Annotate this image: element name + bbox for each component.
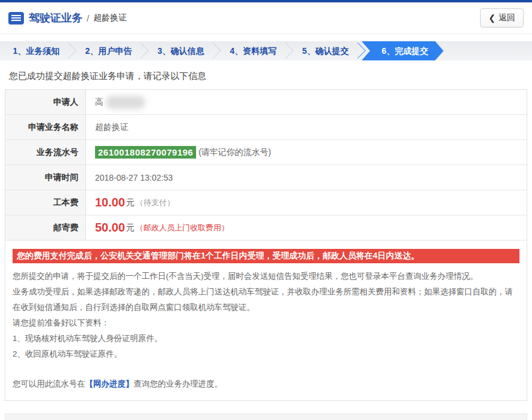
license-list-icon: [8, 12, 24, 25]
breadcrumb-current: 超龄换证: [93, 13, 127, 23]
field-value: 261001808270079196(请牢记你的流水号): [86, 140, 527, 165]
step-tab-3: 3、确认信息: [145, 41, 217, 60]
table-row: 申请时间2018-08-27 13:02:53: [5, 165, 527, 190]
field-label: 邮寄费: [5, 215, 86, 240]
serial-note: (请牢记你的流水号): [198, 147, 271, 158]
field-value: 2018-08-27 13:02:53: [86, 165, 527, 190]
header-back-button[interactable]: ❮ 返回: [480, 8, 524, 28]
field-value: 超龄换证: [86, 115, 527, 139]
table-row: 申请业务名称超龄换证: [5, 115, 527, 140]
wizard-steps: 1、业务须知2、用户申告3、确认信息4、资料填写5、确认提交6、完成提交: [0, 41, 532, 60]
step-separator-icon: [350, 42, 366, 59]
field-label: 申请业务名称: [5, 115, 86, 139]
fee-amount: 50.00: [95, 221, 125, 235]
step-tab-5: 5、确认提交: [289, 41, 362, 60]
fee-amount: 10.00: [95, 196, 125, 209]
header-back-label: 返回: [499, 13, 515, 23]
field-value: 50.00元（邮政人员上门收取费用）: [86, 215, 527, 240]
step-tab-1: 1、业务须知: [0, 41, 72, 60]
fee-unit: 元: [126, 197, 134, 208]
chevron-left-icon: ❮: [488, 14, 496, 22]
field-value: 10.00元（待支付）: [86, 190, 527, 215]
info-table: 申请人高申请业务名称超龄换证业务流水号261001808270079196(请牢…: [5, 90, 527, 241]
notice-paragraph: 1、现场核对机动车驾驶人身份证明原件。: [13, 331, 519, 346]
success-message: 您已成功提交超龄换证业务申请，请记录以下信息: [9, 71, 532, 82]
serial-number-badge: 261001808270079196: [95, 146, 196, 159]
fee-unit: 元: [126, 223, 134, 233]
field-label: 申请时间: [5, 165, 86, 190]
step-tab-4: 4、资料填写: [217, 41, 289, 60]
notice-section: 您的费用支付完成后，公安机关交通管理部门将在1个工作日内受理，受理成功后，邮政人…: [5, 241, 527, 400]
progress-hint: 您可以用此流水号在【网办进度】查询您的业务办理进度。: [13, 376, 519, 392]
table-row: 业务流水号261001808270079196(请牢记你的流水号): [5, 140, 527, 165]
notice-paragraph: 2、收回原机动车驾驶证原件。: [13, 346, 519, 362]
action-bar: ¥ 继续支付 ¥ 取消支付 返回: [5, 413, 527, 420]
field-value: 高: [86, 90, 527, 114]
hint-suffix: 查询您的业务办理进度。: [134, 379, 223, 388]
field-label: 业务流水号: [5, 140, 86, 165]
step-tab-6: 6、完成提交: [362, 41, 444, 60]
field-label: 申请人: [5, 90, 86, 114]
step-tab-2: 2、用户申告: [72, 41, 145, 60]
fee-note: （邮政人员上门收取费用）: [136, 223, 229, 233]
progress-link[interactable]: 【网办进度】: [85, 379, 134, 388]
notice-paragraphs: 您所提交的申请，将于提交后的一个工作日(不含当天)受理，届时会发送短信告知受理结…: [13, 269, 519, 362]
table-row: 工本费10.00元（待支付）: [5, 190, 527, 215]
table-row: 邮寄费50.00元（邮政人员上门收取费用）: [5, 215, 527, 241]
privacy-blur: [106, 96, 145, 109]
fee-note: （待支付）: [136, 197, 175, 208]
breadcrumb-separator: /: [87, 13, 89, 23]
table-row: 申请人高: [5, 90, 527, 115]
page-title: 驾驶证业务: [29, 11, 82, 25]
hint-prefix: 您可以用此流水号在: [13, 379, 85, 388]
payment-alert-banner: 您的费用支付完成后，公安机关交通管理部门将在1个工作日内受理，受理成功后，邮政人…: [13, 249, 519, 263]
result-panel: 申请人高申请业务名称超龄换证业务流水号261001808270079196(请牢…: [5, 89, 527, 401]
field-label: 工本费: [5, 190, 86, 215]
notice-paragraph: 您所提交的申请，将于提交后的一个工作日(不含当天)受理，届时会发送短信告知受理结…: [13, 269, 519, 284]
steps-filler: [444, 41, 532, 60]
notice-paragraph: 请您提前准备好以下资料：: [13, 315, 519, 331]
notice-paragraph: 业务成功受理后，如果选择邮政寄递的，邮政人员将上门送达机动车驾驶证，并收取办理业…: [13, 284, 519, 315]
page-header: 驾驶证业务 / 超龄换证 ❮ 返回: [0, 2, 532, 34]
